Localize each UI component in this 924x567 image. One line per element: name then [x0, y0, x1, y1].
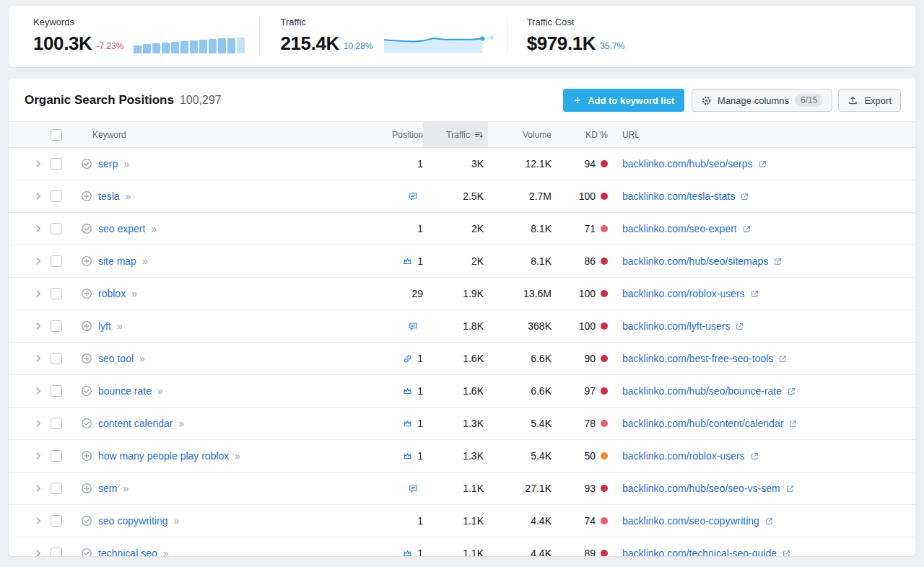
keyword-add-icon[interactable] — [81, 190, 92, 202]
header-position[interactable]: Position — [338, 122, 423, 147]
keyword-link[interactable]: roblox — [98, 288, 126, 299]
header-kd[interactable]: KD % — [552, 122, 611, 147]
url-link[interactable]: backlinko.com/hub/seo/serps — [622, 158, 753, 170]
keyword-expand-icon[interactable] — [163, 548, 170, 556]
keyword-expand-icon[interactable] — [123, 483, 129, 494]
row-checkbox[interactable] — [51, 320, 62, 332]
row-checkbox[interactable] — [51, 548, 62, 556]
select-all-checkbox[interactable] — [51, 129, 62, 141]
keyword-expand-icon[interactable] — [131, 288, 138, 299]
keyword-expand-icon[interactable] — [126, 190, 132, 202]
row-expand-chevron[interactable] — [33, 505, 51, 537]
row-expand-chevron[interactable] — [33, 375, 51, 407]
crown-icon — [402, 386, 413, 397]
keyword-link[interactable]: seo tool — [98, 353, 134, 364]
row-expand-chevron[interactable] — [33, 472, 51, 504]
keyword-add-icon[interactable] — [81, 450, 92, 462]
row-checkbox[interactable] — [51, 385, 62, 397]
keyword-in-list-icon[interactable] — [81, 515, 92, 527]
keyword-expand-icon[interactable] — [117, 320, 123, 332]
external-link-icon — [782, 549, 791, 557]
traffic-value: 1.6K — [423, 343, 488, 374]
keyword-in-list-icon[interactable] — [81, 385, 92, 397]
keyword-add-icon[interactable] — [81, 353, 92, 364]
keyword-link[interactable]: content calendar — [98, 418, 173, 429]
row-checkbox[interactable] — [51, 223, 62, 234]
keyword-add-icon[interactable] — [81, 320, 92, 332]
row-checkbox[interactable] — [51, 158, 62, 170]
row-checkbox[interactable] — [51, 450, 62, 462]
kd-dot — [601, 160, 608, 167]
keyword-expand-icon[interactable] — [179, 418, 186, 429]
row-expand-chevron[interactable] — [33, 343, 51, 374]
url-link[interactable]: backlinko.com/seo-copywriting — [622, 515, 759, 527]
url-link[interactable]: backlinko.com/hub/seo/bounce-rate — [622, 385, 782, 397]
row-expand-chevron[interactable] — [33, 245, 51, 277]
row-checkbox[interactable] — [51, 190, 62, 202]
url-link[interactable]: backlinko.com/best-free-seo-tools — [622, 353, 773, 364]
keywords-bar — [180, 41, 188, 53]
keyword-link[interactable]: bounce rate — [98, 385, 152, 397]
keyword-in-list-icon[interactable] — [81, 223, 92, 234]
url-link[interactable]: backlinko.com/lyft-users — [622, 320, 730, 332]
external-link-icon — [750, 289, 759, 299]
url-link[interactable]: backlinko.com/roblox-users — [622, 288, 745, 299]
keyword-link[interactable]: how many people play roblox — [98, 450, 229, 462]
add-to-keyword-list-button[interactable]: Add to keyword list — [563, 89, 684, 112]
kd-dot — [601, 290, 608, 297]
keyword-in-list-icon[interactable] — [81, 548, 92, 556]
url-link[interactable]: backlinko.com/roblox-users — [622, 450, 745, 462]
row-expand-chevron[interactable] — [33, 180, 51, 212]
keyword-expand-icon[interactable] — [139, 353, 146, 364]
row-expand-chevron[interactable] — [33, 408, 51, 439]
url-link[interactable]: backlinko.com/tesla-stats — [622, 190, 735, 202]
keywords-bar — [227, 38, 235, 53]
keyword-link[interactable]: technical seo — [98, 548, 157, 556]
url-link[interactable]: backlinko.com/hub/seo/sitemaps — [622, 255, 768, 267]
manage-columns-label: Manage columns — [718, 95, 789, 106]
row-expand-chevron[interactable] — [33, 278, 51, 309]
row-expand-chevron[interactable] — [33, 537, 51, 556]
keyword-in-list-icon[interactable] — [81, 158, 92, 170]
row-checkbox[interactable] — [51, 515, 62, 527]
row-expand-chevron[interactable] — [33, 213, 51, 245]
traffic-cost-stat: Traffic Cost $979.1K 35.7% — [507, 17, 915, 55]
row-expand-chevron[interactable] — [33, 310, 51, 342]
keyword-in-list-icon[interactable] — [81, 418, 92, 429]
keyword-expand-icon[interactable] — [151, 223, 157, 234]
url-link[interactable]: backlinko.com/hub/content/calendar — [622, 418, 783, 429]
table-row: site map 1 2K 8.1K 86 backlinko.com/hub/… — [9, 245, 915, 278]
export-button[interactable]: Export — [838, 89, 901, 112]
manage-columns-button[interactable]: Manage columns 6/15 — [692, 89, 832, 112]
keyword-link[interactable]: site map — [98, 255, 136, 267]
row-checkbox[interactable] — [51, 288, 62, 299]
keyword-expand-icon[interactable] — [235, 450, 241, 462]
header-traffic-label: Traffic — [446, 130, 470, 140]
keyword-link[interactable]: serp — [98, 158, 118, 170]
header-volume[interactable]: Volume — [488, 122, 552, 147]
row-checkbox[interactable] — [51, 418, 62, 429]
keyword-add-icon[interactable] — [81, 483, 92, 494]
keyword-link[interactable]: seo expert — [98, 223, 145, 234]
header-traffic[interactable]: Traffic — [423, 122, 488, 147]
keyword-add-icon[interactable] — [81, 255, 92, 267]
row-checkbox[interactable] — [51, 255, 62, 267]
row-expand-chevron[interactable] — [33, 440, 51, 472]
url-link[interactable]: backlinko.com/technical-seo-guide — [622, 548, 777, 556]
row-expand-chevron[interactable] — [33, 148, 51, 180]
keyword-expand-icon[interactable] — [123, 158, 130, 170]
keyword-add-icon[interactable] — [81, 288, 92, 299]
row-checkbox[interactable] — [51, 353, 62, 364]
url-link[interactable]: backlinko.com/hub/seo/seo-vs-sem — [622, 483, 780, 494]
keyword-expand-icon[interactable] — [157, 385, 164, 397]
keyword-expand-icon[interactable] — [174, 515, 180, 527]
kd-dot — [601, 420, 608, 427]
url-link[interactable]: backlinko.com/seo-expert — [622, 223, 737, 234]
row-checkbox[interactable] — [51, 483, 62, 494]
keyword-link[interactable]: sem — [98, 483, 117, 494]
keyword-link[interactable]: seo copywriting — [98, 515, 168, 527]
keyword-expand-icon[interactable] — [142, 255, 149, 267]
traffic-value: 1.9K — [423, 278, 488, 309]
keyword-link[interactable]: tesla — [98, 190, 120, 202]
keyword-link[interactable]: lyft — [98, 320, 111, 332]
